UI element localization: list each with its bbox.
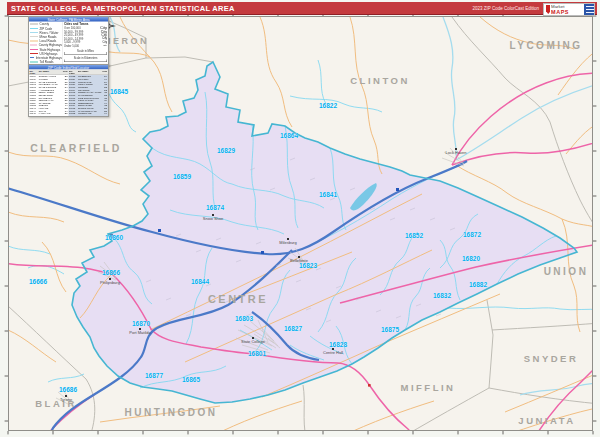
legend-line-sample bbox=[30, 49, 38, 50]
title-bar: STATE COLLEGE, PA METROPOLITAN STATISTIC… bbox=[7, 2, 597, 15]
legend-line-sample bbox=[30, 45, 37, 46]
zip-index-right: ZIP Code ZIP Name Grid 16853MILESBURGD41… bbox=[69, 70, 109, 118]
msa-region bbox=[72, 62, 577, 403]
scale-bar-km: Scale in Kilometers bbox=[64, 57, 107, 63]
legend-items: CountyZIP CodeRivers / WaterMinor RoadsL… bbox=[30, 22, 62, 64]
legend-item: Interstate Highways bbox=[30, 56, 62, 60]
legend-line-sample bbox=[30, 32, 38, 33]
legend-line-sample bbox=[30, 53, 38, 54]
map-sheet: CAMERONCLINTONLYCOMINGCLEARFIELDCENTREUN… bbox=[0, 0, 600, 437]
map-legend: State College, PA Metro Area CountyZIP C… bbox=[28, 16, 109, 66]
legend-line-sample bbox=[30, 61, 38, 62]
logo-maps-text: MAPS bbox=[551, 9, 569, 15]
legend-line-sample bbox=[30, 28, 38, 29]
map-title: STATE COLLEGE, PA METROPOLITAN STATISTIC… bbox=[11, 4, 235, 13]
logo-badge bbox=[584, 4, 594, 15]
zip-index-left: ZIP Code ZIP Name Grid 16666OSCEOLA MILL… bbox=[29, 70, 69, 118]
zip-index-panel: ZIP Code Index/Grid Locator ZIP Code ZIP… bbox=[28, 64, 109, 117]
city-class-row: Under 5,000City bbox=[64, 44, 107, 48]
logo-flag-icon bbox=[546, 5, 550, 14]
scale-bar-miles: Scale in Miles bbox=[64, 49, 107, 55]
legend-line-sample bbox=[30, 36, 38, 37]
edition-label: 2023 ZIP Code ColorCast Edition bbox=[473, 6, 539, 11]
legend-line-sample bbox=[30, 24, 38, 25]
zip-index-row: 16852MADISONBURGE4 bbox=[29, 115, 69, 117]
zip-index-row: 16882WOODWARDF4 bbox=[69, 112, 109, 115]
legend-city-classes: Over 100,000City50,000 - 99,999City25,00… bbox=[64, 26, 107, 47]
legend-line-sample bbox=[30, 40, 38, 41]
legend-line-sample bbox=[30, 57, 34, 58]
publisher-logo: Market MAPS bbox=[543, 3, 595, 16]
